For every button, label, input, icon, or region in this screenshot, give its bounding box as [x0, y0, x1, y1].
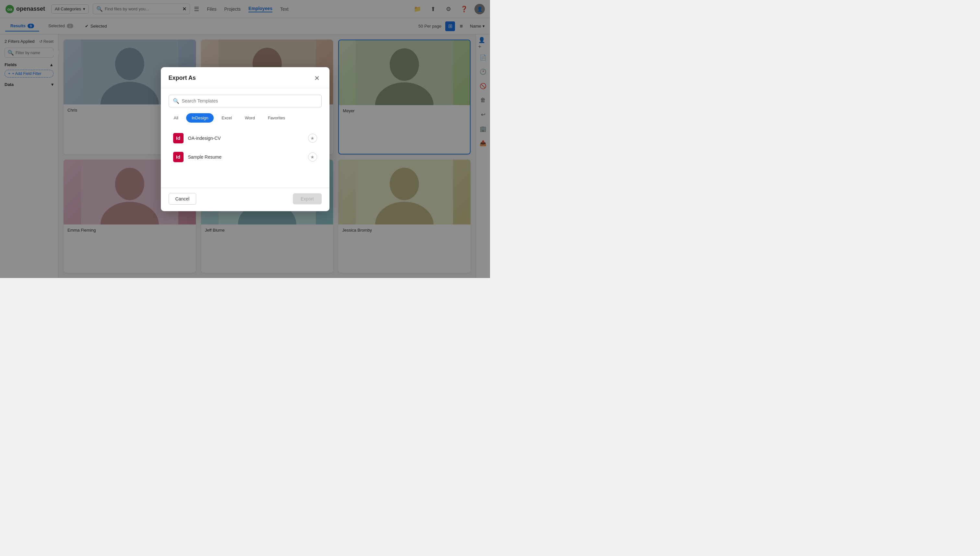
filter-tab-excel[interactable]: Excel — [216, 113, 237, 123]
close-icon: ✕ — [314, 74, 320, 82]
modal-footer: Cancel Export — [161, 187, 329, 211]
template-item-2[interactable]: Id Sample Resume ★ — [169, 148, 322, 166]
filter-tab-indesign[interactable]: InDesign — [186, 113, 214, 123]
template-search-input[interactable] — [182, 98, 318, 103]
template-icon-indesign-2: Id — [173, 152, 184, 162]
modal-overlay[interactable]: Export As ✕ 🔍 All InDesign Excel Word Fa… — [0, 0, 490, 278]
template-icon-indesign-1: Id — [173, 133, 184, 143]
export-as-modal: Export As ✕ 🔍 All InDesign Excel Word Fa… — [161, 67, 329, 211]
star-button-1[interactable]: ★ — [308, 134, 317, 143]
filter-tab-favorites[interactable]: Favorites — [263, 113, 290, 123]
star-button-2[interactable]: ★ — [308, 152, 317, 162]
modal-close-button[interactable]: ✕ — [313, 74, 322, 83]
template-search-bar[interactable]: 🔍 — [169, 95, 322, 107]
star-icon-1: ★ — [310, 136, 315, 141]
template-item-1[interactable]: Id OA-indesign-CV ★ — [169, 129, 322, 147]
filter-tabs: All InDesign Excel Word Favorites — [169, 113, 322, 123]
cancel-button[interactable]: Cancel — [169, 193, 197, 205]
filter-tab-all[interactable]: All — [169, 113, 184, 123]
star-icon-2: ★ — [310, 154, 315, 160]
template-name-2: Sample Resume — [188, 154, 304, 160]
filter-tab-word[interactable]: Word — [240, 113, 260, 123]
template-list: Id OA-indesign-CV ★ Id Sample Resume ★ — [169, 129, 322, 181]
modal-body: 🔍 All InDesign Excel Word Favorites Id O… — [161, 88, 329, 187]
modal-header: Export As ✕ — [161, 67, 329, 88]
modal-search-icon: 🔍 — [173, 98, 179, 104]
template-name-1: OA-indesign-CV — [188, 136, 304, 141]
export-button[interactable]: Export — [293, 193, 321, 204]
modal-title: Export As — [169, 74, 196, 81]
